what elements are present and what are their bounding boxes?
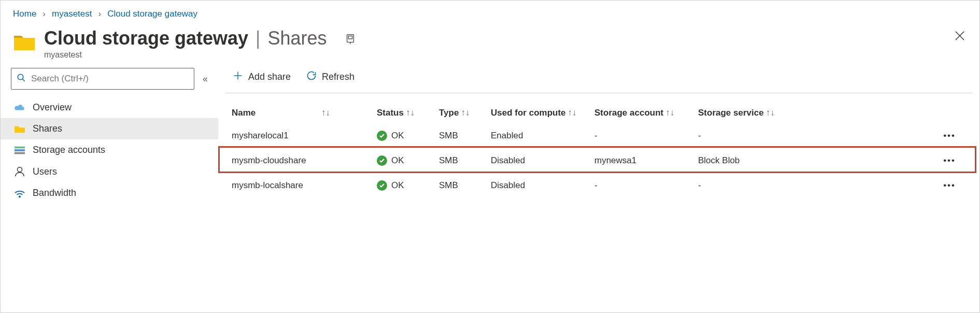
cell-service: Block Blob xyxy=(692,148,790,173)
cell-type: SMB xyxy=(433,148,485,173)
column-header-storage-service[interactable]: Storage service↑↓ xyxy=(692,103,790,123)
table-row[interactable]: mysharelocal1OKSMBEnabled--••• xyxy=(225,123,972,148)
column-header-type[interactable]: Type↑↓ xyxy=(433,103,485,123)
sidebar-item-label: Storage accounts xyxy=(33,145,105,155)
sidebar-item-label: Users xyxy=(33,166,57,177)
ok-icon xyxy=(377,180,387,191)
sort-icon: ↑↓ xyxy=(461,108,470,118)
row-actions-button[interactable]: ••• xyxy=(940,155,959,165)
sidebar-item-label: Shares xyxy=(33,123,62,134)
sidebar-item-label: Bandwidth xyxy=(33,188,76,198)
table-row[interactable]: mysmb-localshareOKSMBDisabled--••• xyxy=(225,173,972,198)
sidebar-item-overview[interactable]: Overview xyxy=(1,97,218,118)
table-row[interactable]: mysmb-cloudshareOKSMBDisabledmynewsa1Blo… xyxy=(225,148,972,173)
sort-icon: ↑↓ xyxy=(568,108,577,118)
sort-icon: ↑↓ xyxy=(406,108,415,118)
breadcrumb: Home › myasetest › Cloud storage gateway xyxy=(1,1,979,23)
cell-compute: Disabled xyxy=(485,148,588,173)
cell-compute: Enabled xyxy=(485,123,588,148)
wifi-icon xyxy=(14,189,25,198)
page-header: Cloud storage gateway | Shares myasetest xyxy=(1,23,979,68)
column-header-name[interactable]: Name ↑↓ xyxy=(225,103,371,123)
svg-point-11 xyxy=(19,196,20,197)
add-share-label: Add share xyxy=(248,72,291,82)
refresh-button[interactable]: Refresh xyxy=(306,70,354,83)
search-box[interactable] xyxy=(11,68,194,90)
cell-status: OK xyxy=(371,173,433,198)
cell-compute: Disabled xyxy=(485,173,588,198)
add-share-button[interactable]: Add share xyxy=(233,70,291,83)
cell-type: SMB xyxy=(433,123,485,148)
cell-name: mysharelocal1 xyxy=(225,123,371,148)
breadcrumb-item-home[interactable]: Home xyxy=(13,9,36,19)
folder-icon xyxy=(14,124,25,134)
cloud-icon xyxy=(14,103,25,112)
column-header-storage-account[interactable]: Storage account↑↓ xyxy=(588,103,692,123)
search-input[interactable] xyxy=(30,73,189,84)
sidebar-item-storage-accounts[interactable]: Storage accounts xyxy=(1,139,218,161)
breadcrumb-item-resource[interactable]: myasetest xyxy=(52,9,92,19)
shares-table: Name ↑↓ Status↑↓ Type↑↓ Used for compute… xyxy=(225,103,972,198)
divider xyxy=(225,93,972,93)
sort-icon: ↑↓ xyxy=(766,108,775,118)
search-icon xyxy=(17,73,26,84)
ok-icon xyxy=(377,131,387,141)
cell-account: - xyxy=(588,173,692,198)
person-icon xyxy=(14,166,25,177)
refresh-label: Refresh xyxy=(322,72,354,82)
cell-name: mysmb-localshare xyxy=(225,173,371,198)
column-header-status[interactable]: Status↑↓ xyxy=(371,103,433,123)
row-actions-button[interactable]: ••• xyxy=(940,131,959,140)
row-actions-button[interactable]: ••• xyxy=(940,180,959,190)
cell-status: OK xyxy=(371,148,433,173)
refresh-icon xyxy=(306,70,317,83)
folder-icon xyxy=(13,31,36,53)
svg-rect-7 xyxy=(15,146,25,148)
cell-type: SMB xyxy=(433,173,485,198)
column-header-compute[interactable]: Used for compute↑↓ xyxy=(485,103,588,123)
sidebar-item-label: Overview xyxy=(33,102,72,113)
page-subpage: Shares xyxy=(267,27,326,49)
cell-status: OK xyxy=(371,123,433,148)
svg-rect-8 xyxy=(15,149,25,151)
svg-point-10 xyxy=(17,167,22,172)
cell-service: - xyxy=(692,123,790,148)
svg-line-6 xyxy=(22,79,25,81)
svg-rect-1 xyxy=(348,36,352,39)
sidebar-item-shares[interactable]: Shares xyxy=(1,118,218,139)
chevron-right-icon: › xyxy=(98,9,102,19)
collapse-sidebar-button[interactable]: « xyxy=(203,74,208,84)
stack-icon xyxy=(14,146,25,155)
pin-icon[interactable] xyxy=(345,33,356,47)
ok-icon xyxy=(377,155,387,166)
svg-point-5 xyxy=(18,74,23,80)
title-separator: | xyxy=(255,27,260,49)
main-content: Add share Refresh Name ↑↓ Status xyxy=(218,68,979,307)
sidebar-item-users[interactable]: Users xyxy=(1,161,218,182)
breadcrumb-item-current[interactable]: Cloud storage gateway xyxy=(107,9,197,19)
sidebar-item-bandwidth[interactable]: Bandwidth xyxy=(1,182,218,204)
sort-icon: ↑↓ xyxy=(258,108,330,118)
chevron-right-icon: › xyxy=(42,9,46,19)
cell-service: - xyxy=(692,173,790,198)
sidebar: « Overview Shares Storage accounts xyxy=(1,68,218,307)
toolbar: Add share Refresh xyxy=(225,68,972,93)
close-button[interactable] xyxy=(955,31,965,43)
plus-icon xyxy=(233,70,243,83)
cell-account: - xyxy=(588,123,692,148)
cell-name: mysmb-cloudshare xyxy=(225,148,371,173)
cell-account: mynewsa1 xyxy=(588,148,692,173)
page-title: Cloud storage gateway xyxy=(44,27,248,49)
svg-rect-9 xyxy=(15,152,25,154)
page-subtitle: myasetest xyxy=(44,50,967,60)
sort-icon: ↑↓ xyxy=(665,108,674,118)
